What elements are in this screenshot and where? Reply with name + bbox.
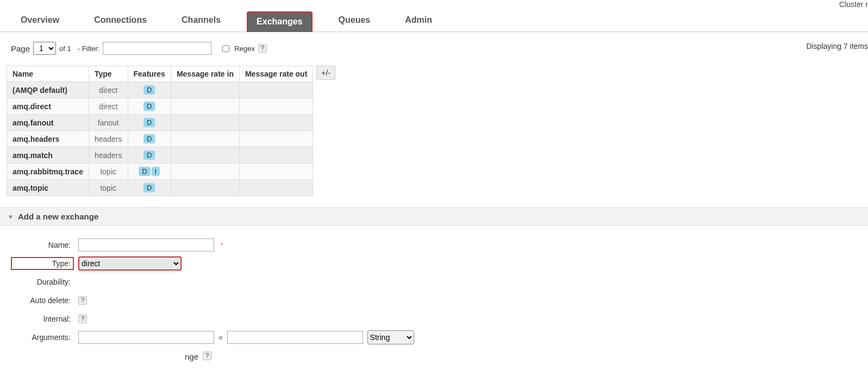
truncated-text: nge [185,352,198,361]
regex-label: Regex [234,45,255,53]
exchange-type: headers [89,147,128,164]
table-row: amq.matchheadersD [7,147,313,164]
col-features[interactable]: Features [128,66,171,82]
rate-out [239,115,313,131]
internal-label: Internal: [11,315,74,323]
rate-out [239,180,313,196]
tab-queues[interactable]: Queues [330,11,379,32]
name-input[interactable] [78,238,214,252]
tab-connections[interactable]: Connections [85,11,155,32]
exchange-features: D [128,98,171,115]
rate-out [239,147,313,164]
exchange-features: D [128,180,171,196]
exchange-type: direct [89,82,128,98]
rate-in [171,82,239,98]
exchange-name-link[interactable]: amq.direct [7,98,89,115]
argument-equals: = [218,334,223,342]
exchange-features: D [128,147,171,164]
rate-in [171,164,239,180]
tab-admin[interactable]: Admin [396,11,441,32]
exchange-features: DI [128,164,171,180]
cluster-label: Cluster r [839,0,868,9]
exchange-type: direct [89,98,128,115]
section-title: Add a new exchange [18,212,98,221]
col-rate-out[interactable]: Message rate out [239,66,313,82]
internal-help-button[interactable]: ? [78,315,87,323]
page-label: Page [11,44,30,53]
table-row: amq.directdirectD [7,98,313,115]
exchange-name-link[interactable]: amq.rabbitmq.trace [7,164,89,180]
arguments-label: Arguments: [11,333,74,342]
tab-channels[interactable]: Channels [173,11,229,32]
exchange-features: D [128,115,171,131]
feature-badge: D [143,134,155,143]
rate-in [171,147,239,164]
nge-help-button[interactable]: ? [203,351,211,360]
exchange-name-link[interactable]: amq.fanout [7,115,89,131]
regex-help-button[interactable]: ? [258,44,267,53]
argument-key-input[interactable] [78,331,214,344]
feature-badge: D [143,85,155,95]
argument-value-input[interactable] [227,331,363,344]
displaying-count: Displaying 7 items [806,42,868,51]
rate-out [239,164,313,180]
exchange-name-link[interactable]: amq.topic [7,180,89,196]
table-row: amq.headersheadersD [7,131,313,147]
exchange-type: topic [89,164,128,180]
exchange-name-link[interactable]: (AMQP default) [7,82,89,98]
exchange-features: D [128,82,171,98]
col-rate-in[interactable]: Message rate in [171,66,239,82]
regex-checkbox[interactable] [222,45,229,52]
feature-badge: D [143,183,155,192]
type-label: Type: [11,257,74,270]
feature-badge: D [143,118,155,127]
type-select[interactable]: direct [78,256,182,271]
filter-input[interactable] [103,42,211,55]
columns-toggle-button[interactable]: +/- [316,66,335,80]
argument-type-select[interactable]: String [367,330,414,344]
rate-out [239,131,313,147]
rate-in [171,180,239,196]
tab-exchanges[interactable]: Exchanges [247,11,312,32]
rate-in [171,98,239,115]
rate-in [171,131,239,147]
add-exchange-section-header[interactable]: ▼ Add a new exchange [0,207,868,226]
table-row: amq.fanoutfanoutD [7,115,313,131]
page-select[interactable]: 1 [33,42,56,55]
exchange-type: topic [89,180,128,196]
required-mark: * [221,241,223,249]
feature-badge: I [152,167,160,176]
rate-out [239,98,313,115]
autodelete-label: Auto delete: [11,296,74,305]
autodelete-help-button[interactable]: ? [78,296,87,305]
filter-label: - Filter: [78,45,99,53]
exchange-name-link[interactable]: amq.match [7,147,89,164]
col-type[interactable]: Type [89,66,128,82]
durability-label: Durability: [11,278,74,286]
table-row: (AMQP default)directD [7,82,313,98]
exchange-type: headers [89,131,128,147]
name-label: Name: [11,241,74,249]
chevron-down-icon: ▼ [8,214,14,220]
table-row: amq.rabbitmq.tracetopicDI [7,164,313,180]
table-row: amq.topictopicD [7,180,313,196]
feature-badge: D [143,102,155,111]
tab-overview[interactable]: Overview [12,11,68,32]
table-header-row: Name Type Features Message rate in Messa… [7,66,313,82]
filter-bar: Page 1 of 1 - Filter: Regex ? Displaying… [0,32,868,60]
exchange-type: fanout [89,115,128,131]
feature-badge: D [139,167,150,176]
exchanges-table: Name Type Features Message rate in Messa… [7,66,313,196]
of-label: of 1 [59,45,71,53]
rate-in [171,115,239,131]
add-exchange-form: Name: * Type: direct Durability: Auto de… [0,226,868,365]
feature-badge: D [143,150,155,160]
col-name[interactable]: Name [7,66,89,82]
rate-out [239,82,313,98]
nav-tabs: Overview Connections Channels Exchanges … [5,0,441,32]
exchange-features: D [128,131,171,147]
exchange-name-link[interactable]: amq.headers [7,131,89,147]
